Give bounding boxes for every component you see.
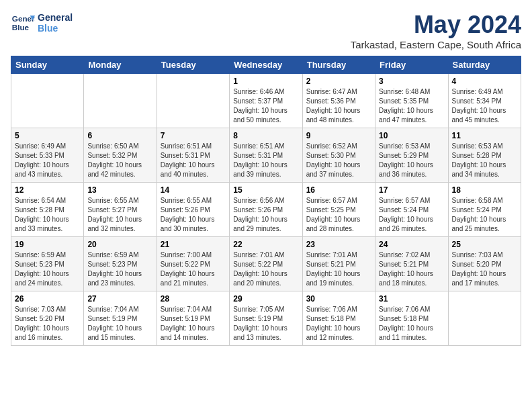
calendar-cell: 15Sunrise: 6:56 AMSunset: 5:26 PMDayligh… (230, 183, 302, 237)
calendar-cell: 13Sunrise: 6:55 AMSunset: 5:27 PMDayligh… (84, 183, 157, 237)
day-info: Sunrise: 7:03 AMSunset: 5:20 PMDaylight:… (452, 250, 517, 288)
day-number: 29 (233, 294, 298, 304)
day-info: Sunrise: 6:56 AMSunset: 5:26 PMDaylight:… (233, 196, 298, 234)
calendar-cell: 24Sunrise: 7:02 AMSunset: 5:21 PMDayligh… (375, 237, 448, 291)
day-number: 30 (306, 294, 371, 304)
page-header: General Blue General Blue May 2024 Tarka… (11, 11, 521, 50)
day-number: 9 (306, 131, 371, 140)
day-number: 1 (233, 77, 298, 86)
calendar-cell: 5Sunrise: 6:49 AMSunset: 5:33 PMDaylight… (11, 128, 84, 183)
day-number: 15 (233, 185, 298, 195)
day-number: 7 (161, 131, 226, 140)
calendar-header-row: SundayMondayTuesdayWednesdayThursdayFrid… (11, 56, 521, 74)
calendar-cell (157, 74, 229, 128)
logo-icon: General Blue (11, 11, 35, 35)
weekday-header: Saturday (448, 56, 521, 74)
calendar-week-row: 5Sunrise: 6:49 AMSunset: 5:33 PMDaylight… (11, 128, 521, 183)
day-info: Sunrise: 6:57 AMSunset: 5:24 PMDaylight:… (379, 196, 444, 234)
day-number: 20 (87, 240, 152, 249)
day-info: Sunrise: 6:57 AMSunset: 5:25 PMDaylight:… (306, 196, 371, 234)
day-info: Sunrise: 7:04 AMSunset: 5:19 PMDaylight:… (161, 305, 226, 342)
day-info: Sunrise: 6:51 AMSunset: 5:31 PMDaylight:… (161, 142, 226, 179)
day-info: Sunrise: 6:53 AMSunset: 5:29 PMDaylight:… (379, 142, 444, 179)
calendar-cell: 2Sunrise: 6:47 AMSunset: 5:36 PMDaylight… (302, 74, 375, 128)
day-info: Sunrise: 6:58 AMSunset: 5:24 PMDaylight:… (452, 196, 517, 234)
calendar-cell: 9Sunrise: 6:52 AMSunset: 5:30 PMDaylight… (302, 128, 375, 183)
calendar-cell (11, 74, 84, 128)
calendar-week-row: 1Sunrise: 6:46 AMSunset: 5:37 PMDaylight… (11, 74, 521, 128)
day-info: Sunrise: 6:59 AMSunset: 5:23 PMDaylight:… (87, 250, 152, 288)
calendar-week-row: 19Sunrise: 6:59 AMSunset: 5:23 PMDayligh… (11, 237, 521, 291)
calendar-cell (448, 291, 521, 346)
day-info: Sunrise: 6:59 AMSunset: 5:23 PMDaylight:… (15, 250, 80, 288)
weekday-header: Sunday (11, 56, 84, 74)
day-number: 18 (452, 185, 517, 195)
day-info: Sunrise: 7:01 AMSunset: 5:21 PMDaylight:… (306, 250, 371, 288)
day-number: 6 (87, 131, 152, 140)
weekday-header: Monday (84, 56, 157, 74)
calendar-cell: 25Sunrise: 7:03 AMSunset: 5:20 PMDayligh… (448, 237, 521, 291)
day-number: 11 (452, 131, 517, 140)
day-info: Sunrise: 6:50 AMSunset: 5:32 PMDaylight:… (87, 142, 152, 179)
calendar-cell: 10Sunrise: 6:53 AMSunset: 5:29 PMDayligh… (375, 128, 448, 183)
day-number: 23 (306, 240, 371, 249)
day-number: 19 (15, 240, 80, 249)
calendar-cell: 20Sunrise: 6:59 AMSunset: 5:23 PMDayligh… (84, 237, 157, 291)
calendar-cell: 28Sunrise: 7:04 AMSunset: 5:19 PMDayligh… (157, 291, 229, 346)
day-number: 14 (161, 185, 226, 195)
day-info: Sunrise: 6:55 AMSunset: 5:26 PMDaylight:… (161, 196, 226, 234)
day-number: 26 (15, 294, 80, 304)
calendar-cell: 17Sunrise: 6:57 AMSunset: 5:24 PMDayligh… (375, 183, 448, 237)
calendar-cell: 1Sunrise: 6:46 AMSunset: 5:37 PMDaylight… (230, 74, 302, 128)
calendar-cell: 29Sunrise: 7:05 AMSunset: 5:19 PMDayligh… (230, 291, 302, 346)
calendar-cell: 30Sunrise: 7:06 AMSunset: 5:18 PMDayligh… (302, 291, 375, 346)
day-number: 13 (87, 185, 152, 195)
weekday-header: Friday (375, 56, 448, 74)
day-info: Sunrise: 6:48 AMSunset: 5:35 PMDaylight:… (379, 87, 444, 125)
day-number: 16 (306, 185, 371, 195)
location: Tarkastad, Eastern Cape, South Africa (351, 39, 521, 50)
day-number: 4 (452, 77, 517, 86)
day-info: Sunrise: 6:53 AMSunset: 5:28 PMDaylight:… (452, 142, 517, 179)
calendar-cell: 6Sunrise: 6:50 AMSunset: 5:32 PMDaylight… (84, 128, 157, 183)
weekday-header: Thursday (302, 56, 375, 74)
calendar-cell: 21Sunrise: 7:00 AMSunset: 5:22 PMDayligh… (157, 237, 229, 291)
calendar-cell: 19Sunrise: 6:59 AMSunset: 5:23 PMDayligh… (11, 237, 84, 291)
day-number: 3 (379, 77, 444, 86)
day-info: Sunrise: 6:46 AMSunset: 5:37 PMDaylight:… (233, 87, 298, 125)
calendar-cell: 23Sunrise: 7:01 AMSunset: 5:21 PMDayligh… (302, 237, 375, 291)
day-number: 28 (161, 294, 226, 304)
weekday-header: Tuesday (157, 56, 229, 74)
day-info: Sunrise: 7:01 AMSunset: 5:22 PMDaylight:… (233, 250, 298, 288)
day-info: Sunrise: 7:06 AMSunset: 5:18 PMDaylight:… (306, 305, 371, 342)
calendar-cell: 11Sunrise: 6:53 AMSunset: 5:28 PMDayligh… (448, 128, 521, 183)
calendar-cell: 12Sunrise: 6:54 AMSunset: 5:28 PMDayligh… (11, 183, 84, 237)
day-number: 21 (161, 240, 226, 249)
svg-text:General: General (12, 14, 35, 23)
day-info: Sunrise: 6:55 AMSunset: 5:27 PMDaylight:… (87, 196, 152, 234)
day-info: Sunrise: 7:00 AMSunset: 5:22 PMDaylight:… (161, 250, 226, 288)
svg-text:Blue: Blue (12, 23, 30, 32)
month-title: May 2024 (351, 11, 521, 39)
calendar-cell: 18Sunrise: 6:58 AMSunset: 5:24 PMDayligh… (448, 183, 521, 237)
logo-line2: Blue (38, 23, 73, 34)
title-block: May 2024 Tarkastad, Eastern Cape, South … (351, 11, 521, 50)
day-info: Sunrise: 6:47 AMSunset: 5:36 PMDaylight:… (306, 87, 371, 125)
logo-line1: General (38, 12, 73, 23)
day-number: 27 (87, 294, 152, 304)
day-number: 10 (379, 131, 444, 140)
calendar-cell: 31Sunrise: 7:06 AMSunset: 5:18 PMDayligh… (375, 291, 448, 346)
calendar-cell: 22Sunrise: 7:01 AMSunset: 5:22 PMDayligh… (230, 237, 302, 291)
calendar-cell: 7Sunrise: 6:51 AMSunset: 5:31 PMDaylight… (157, 128, 229, 183)
calendar-cell: 4Sunrise: 6:49 AMSunset: 5:34 PMDaylight… (448, 74, 521, 128)
day-info: Sunrise: 6:54 AMSunset: 5:28 PMDaylight:… (15, 196, 80, 234)
day-info: Sunrise: 7:04 AMSunset: 5:19 PMDaylight:… (87, 305, 152, 342)
calendar-cell: 27Sunrise: 7:04 AMSunset: 5:19 PMDayligh… (84, 291, 157, 346)
day-number: 17 (379, 185, 444, 195)
calendar-table: SundayMondayTuesdayWednesdayThursdayFrid… (11, 56, 521, 346)
calendar-cell: 8Sunrise: 6:51 AMSunset: 5:31 PMDaylight… (230, 128, 302, 183)
calendar-cell: 26Sunrise: 7:03 AMSunset: 5:20 PMDayligh… (11, 291, 84, 346)
weekday-header: Wednesday (230, 56, 302, 74)
day-info: Sunrise: 6:51 AMSunset: 5:31 PMDaylight:… (233, 142, 298, 179)
day-info: Sunrise: 7:05 AMSunset: 5:19 PMDaylight:… (233, 305, 298, 342)
